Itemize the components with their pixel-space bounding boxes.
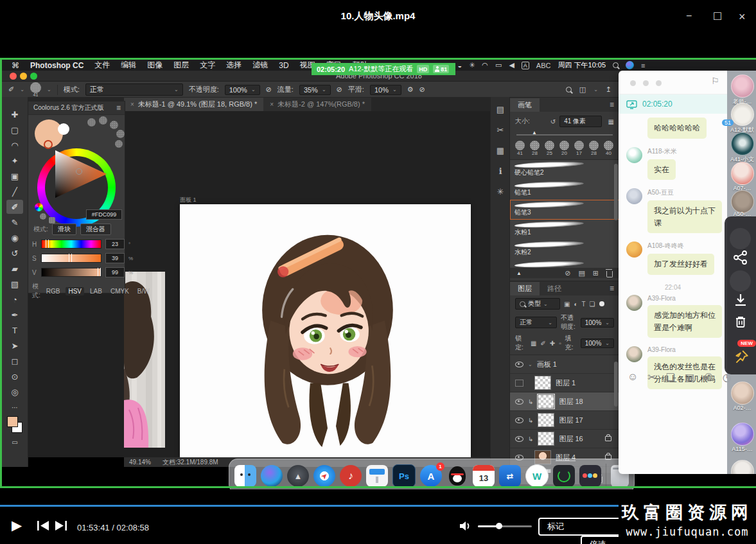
- brush-list-item[interactable]: 铅笔1: [510, 180, 619, 200]
- gray-dot-icon[interactable]: [40, 213, 46, 220]
- filter-type-icon[interactable]: T: [582, 301, 586, 308]
- mode-hsv[interactable]: HSV: [66, 287, 84, 295]
- prev-button[interactable]: [37, 520, 49, 534]
- foreground-color-swatch[interactable]: [7, 416, 18, 427]
- dock-w-app-icon[interactable]: W: [525, 464, 549, 487]
- layer-fill-select[interactable]: 100%⌄: [581, 338, 614, 348]
- size-slider-thumb[interactable]: ▲: [532, 130, 537, 136]
- display-icon[interactable]: ▭: [495, 61, 502, 69]
- visibility-eye-icon[interactable]: [515, 399, 523, 405]
- mode-cmyk[interactable]: CMYK: [108, 287, 132, 295]
- harmony-dot[interactable]: [110, 121, 118, 129]
- swatches-panel-icon[interactable]: ▦: [491, 142, 510, 159]
- filter-shape-icon[interactable]: ❏: [590, 301, 595, 308]
- menu-image[interactable]: 图像: [147, 60, 163, 71]
- airbrush-icon[interactable]: ⊘: [266, 85, 272, 94]
- menu-select[interactable]: 选择: [226, 60, 242, 71]
- h-value[interactable]: 23: [105, 239, 125, 249]
- brush-list-item[interactable]: 水粉2: [510, 240, 619, 259]
- menubar-clock[interactable]: 周四 下午10:05: [558, 60, 606, 70]
- panel-menu-icon[interactable]: ≡: [610, 284, 619, 293]
- brushes-tab[interactable]: 画笔: [510, 98, 540, 112]
- tab-untitled-2[interactable]: ×未标题-2 @ 147%(RGB/8) *: [263, 98, 371, 111]
- replay-banner[interactable]: 02:05:20: [619, 94, 735, 114]
- menu-3d[interactable]: 3D: [279, 61, 288, 70]
- eyedropper-tool[interactable]: ╱: [6, 184, 23, 198]
- s-value[interactable]: 39: [105, 253, 125, 263]
- layer-row[interactable]: ↳图层 17: [510, 411, 619, 430]
- share-icon[interactable]: ↥: [606, 85, 611, 94]
- chat-window-dot[interactable]: [630, 80, 636, 86]
- menu-edit[interactable]: 编辑: [121, 60, 136, 71]
- call-icon[interactable]: ✆: [704, 371, 712, 383]
- type-tool[interactable]: T: [6, 323, 23, 337]
- chevron-down-icon[interactable]: ⌄: [593, 87, 598, 92]
- arrange-panel-icon[interactable]: ▤: [491, 101, 510, 118]
- lock-paint-icon[interactable]: ✐: [540, 340, 545, 347]
- layer-row-artboard[interactable]: ⌄画板 1: [510, 355, 619, 374]
- dock-appstore-icon[interactable]: A1: [420, 465, 442, 487]
- avatar[interactable]: [626, 147, 642, 163]
- blend-mode-select[interactable]: 正常⌄: [85, 83, 183, 96]
- share-icon[interactable]: [733, 250, 748, 265]
- dock-photoshop-icon[interactable]: Ps: [392, 464, 416, 487]
- play-button[interactable]: ▶: [12, 518, 22, 533]
- dock-teamviewer-icon[interactable]: ⇄: [499, 465, 521, 487]
- layer-row-selected[interactable]: ↳图层 18: [510, 392, 619, 411]
- brush-folder-icon[interactable]: ▤: [578, 269, 585, 277]
- dock-qq-icon[interactable]: [446, 465, 468, 487]
- doc-size[interactable]: 文档:32.1M/189.8M: [163, 458, 218, 467]
- brush-list-item[interactable]: 水粉1: [510, 220, 619, 240]
- history-brush-tool[interactable]: ↺: [6, 246, 23, 260]
- avatar[interactable]: [626, 188, 642, 204]
- zoom-level[interactable]: 49.14%: [129, 459, 151, 466]
- volume-slider[interactable]: [478, 525, 532, 527]
- member-avatar[interactable]: [731, 103, 754, 126]
- emoji-icon[interactable]: ☺: [628, 371, 638, 383]
- apple-menu-icon[interactable]: ⌘: [12, 61, 19, 70]
- workspace-icon[interactable]: ◫: [579, 85, 586, 94]
- gear-icon[interactable]: ⚙: [407, 85, 414, 94]
- mute-button[interactable]: [459, 520, 471, 534]
- pin-feature-icon[interactable]: [733, 349, 750, 365]
- sv-selector[interactable]: [76, 168, 82, 175]
- saturation-slider[interactable]: [41, 254, 101, 263]
- gray-square-icon[interactable]: [49, 217, 55, 224]
- member-avatar[interactable]: [731, 75, 754, 98]
- visibility-eye-icon[interactable]: [515, 436, 523, 442]
- brush-list-item-selected[interactable]: 铅笔3: [510, 200, 619, 220]
- pin-icon[interactable]: ⚐: [711, 76, 719, 86]
- path-select-tool[interactable]: ➤: [6, 338, 23, 353]
- avatar[interactable]: [626, 295, 642, 311]
- file-icon[interactable]: ❏: [666, 371, 675, 383]
- chevron-down-icon[interactable]: ⌄: [20, 87, 24, 92]
- brush-preset-preview[interactable]: [30, 82, 41, 93]
- brush-preset[interactable]: 28: [527, 141, 542, 157]
- gradient-tool[interactable]: ▧: [6, 277, 23, 291]
- member-avatar[interactable]: [731, 132, 754, 155]
- filter-adjustment-icon[interactable]: ◐: [574, 301, 577, 308]
- maximize-icon[interactable]: ☐: [713, 10, 722, 22]
- brush-preset[interactable]: 40: [601, 141, 616, 157]
- brush-tool-icon[interactable]: ✐: [8, 85, 14, 94]
- dock-emulator-icon[interactable]: [553, 465, 575, 487]
- more-tools[interactable]: ⋯: [6, 400, 23, 414]
- harmony-dot[interactable]: [116, 130, 125, 138]
- menu-app-name[interactable]: Photoshop CC: [30, 61, 84, 70]
- avatar[interactable]: [626, 346, 642, 362]
- v-value[interactable]: 99: [105, 267, 125, 277]
- tools-panel-icon[interactable]: ✂: [491, 121, 510, 138]
- dock-video-app-icon[interactable]: [579, 465, 601, 487]
- eraser-tool[interactable]: ▰: [6, 261, 23, 276]
- avatar[interactable]: [626, 241, 642, 258]
- brush-list-item[interactable]: 硬心铅笔2: [510, 160, 619, 180]
- layer-row[interactable]: ↳图层 16: [510, 430, 619, 448]
- dock-finder-icon[interactable]: [234, 465, 256, 487]
- ps-search-icon[interactable]: [566, 87, 572, 92]
- brush-list-scrollbar[interactable]: [614, 164, 618, 220]
- stroke-preview-toggle[interactable]: ▲: [516, 270, 522, 276]
- hue-selector[interactable]: [44, 140, 53, 149]
- chat-window-dot[interactable]: [656, 80, 662, 86]
- tab-untitled-1[interactable]: ×未标题-1 @ 49.1% (图层 18, RGB/8) *: [124, 98, 263, 111]
- airbrush-icon[interactable]: ⊘: [419, 85, 425, 94]
